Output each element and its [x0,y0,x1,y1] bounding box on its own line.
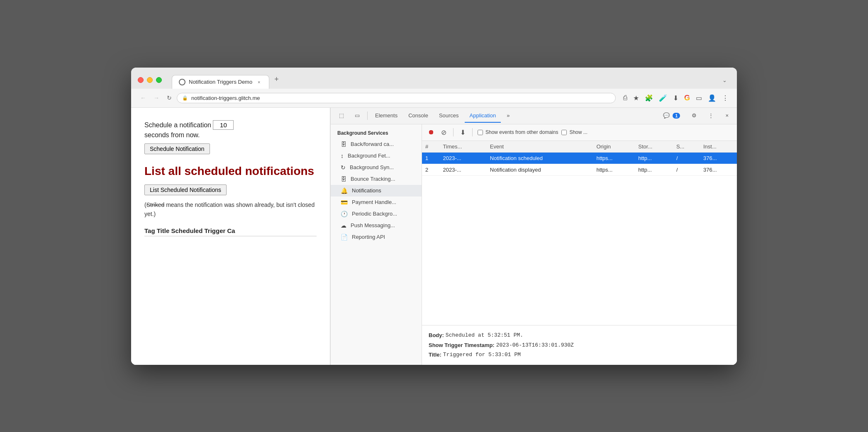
cell-origin: https... [593,164,635,175]
reporting-icon: 📄 [341,234,348,240]
devtools-inner-toolbar: ⏺ ⊘ ⬇ Show events from other domains Sho… [422,124,737,141]
notification-icon: 🔔 [341,187,348,194]
fetch-icon: ↕ [341,153,344,159]
cell-instance: 376... [700,152,737,164]
trigger-value: 2023-06-13T16:33:01.930Z [496,340,574,350]
sidebar-item-backforward[interactable]: 🗄 Back/forward ca... [331,138,422,150]
record-button[interactable]: ⏺ [426,127,436,138]
devtools-sidebar: Background Services 🗄 Back/forward ca...… [331,124,422,365]
show-more-checkbox[interactable] [561,130,567,135]
cell-instance: 376... [700,164,737,175]
tab-more[interactable]: » [502,109,514,123]
active-tab[interactable]: Notification Triggers Demo × [172,75,269,89]
tab-close-button[interactable]: × [256,79,262,85]
show-more-checkbox-label[interactable]: Show ... [561,129,587,135]
title-label: Title: [429,350,441,359]
menu-button[interactable]: ⋮ [720,92,730,104]
sidebar-item-periodic-background[interactable]: 🕐 Periodic Backgro... [331,208,422,220]
share-button[interactable]: ⎙ [622,92,629,103]
cell-scope: / [673,152,700,164]
devtools-icon-responsive[interactable]: ▭ [350,109,365,123]
col-event: Event [487,141,593,153]
cell-origin: https... [593,152,635,164]
sidebar-item-bounce-tracking[interactable]: 🗄 Bounce Tracking... [331,173,422,185]
new-tab-button[interactable]: + [271,72,282,87]
reload-button[interactable]: ↻ [164,93,174,103]
devtools-close-button[interactable]: × [720,109,734,123]
sidebar-item-label: Periodic Backgro... [352,211,397,217]
devtools-settings-button[interactable]: ⚙ [687,109,702,123]
col-storage: Stor... [635,141,673,153]
sidebar-item-payment[interactable]: 💳 Payment Handle... [331,197,422,208]
toolbar-sep [453,128,454,136]
schedule-notification-button[interactable]: Schedule Notification [144,143,210,154]
back-button[interactable]: ← [138,93,149,103]
sidebar-item-notifications[interactable]: 🔔 Notifications [331,185,422,197]
body-value: Scheduled at 5:32:51 PM. [446,330,523,340]
table-row[interactable]: 1 2023-... Notification scheduled https.… [422,152,737,164]
tab-favicon [179,79,185,85]
lab-button[interactable]: 🧪 [657,92,669,104]
traffic-lights [138,77,162,83]
tab-elements[interactable]: Elements [370,109,402,123]
google-account-button[interactable]: G [683,92,692,104]
periodic-icon: 🕐 [341,211,348,217]
sidebar-item-background-sync[interactable]: ↻ Background Syn... [331,162,422,173]
clear-button[interactable]: ⊘ [439,127,448,138]
other-domains-label: Show events from other domains [485,129,558,135]
bounce-icon: 🗄 [341,176,346,182]
sidebar-item-reporting-api[interactable]: 📄 Reporting API [331,231,422,243]
minimize-button[interactable] [147,77,153,83]
table-row[interactable]: 2 2023-... Notification displayed https.… [422,164,737,175]
tab-end-chevron: ⌄ [719,74,730,87]
sidebar-item-background-fetch[interactable]: ↕ Background Fet... [331,150,422,162]
close-button[interactable] [138,77,144,83]
trigger-label: Show Trigger Timestamp: [429,340,495,350]
tab-sources[interactable]: Sources [434,109,464,123]
events-data-table: # Times... Event Origin Stor... S... Ins… [422,141,737,176]
cell-scope: / [673,164,700,175]
profile-button[interactable]: 👤 [706,92,718,104]
sidebar-toggle-button[interactable]: ▭ [694,92,704,104]
sidebar-item-label: Back/forward ca... [351,141,394,147]
title-value: Triggered for 5:33:01 PM [443,350,521,359]
detail-body-row: Body: Scheduled at 5:32:51 PM. [429,330,730,340]
chat-badge: 1 [673,113,680,119]
export-button[interactable]: ⬇ [458,127,467,138]
maximize-button[interactable] [156,77,162,83]
cell-storage: http... [635,164,673,175]
col-scope: S... [673,141,700,153]
sidebar-item-push-messaging[interactable]: ☁ Push Messaging... [331,220,422,231]
col-num: # [422,141,440,153]
devtools-body: Background Services 🗄 Back/forward ca...… [331,124,737,365]
sidebar-item-label: Bounce Tracking... [351,176,395,182]
extensions-button[interactable]: 🧩 [643,92,655,104]
other-domains-checkbox-label[interactable]: Show events from other domains [478,129,558,135]
download-button[interactable]: ⬇ [671,92,680,104]
cell-event: Notification displayed [487,164,593,175]
lock-icon: 🔒 [182,95,188,101]
sidebar-item-label: Payment Handle... [352,199,396,205]
seconds-input[interactable] [213,120,234,130]
devtools-icon-select[interactable]: ⬚ [334,109,349,123]
tab-console[interactable]: Console [403,109,433,123]
devtools-panel: ⬚ ▭ Elements Console Sources Application… [330,108,737,365]
devtools-more-button[interactable]: ⋮ [703,109,719,123]
other-domains-checkbox[interactable] [478,130,483,135]
forward-button[interactable]: → [151,93,162,103]
col-timestamp: Times... [440,141,487,153]
striked-note-suffix: means the notification was shown already… [144,201,315,217]
striked-word: Striked [146,201,165,208]
backforward-icon: 🗄 [341,141,346,148]
devtools-chat-button[interactable]: 💬 1 [658,109,685,123]
cell-num: 1 [422,152,440,164]
table-header-row: Tag Title Scheduled Trigger Ca [144,227,317,236]
schedule-label-part1: Schedule a notification [144,121,211,129]
events-table[interactable]: # Times... Event Origin Stor... S... Ins… [422,141,737,325]
schedule-label-part2: seconds from now. [144,131,200,138]
address-bar[interactable]: 🔒 notification-triggers.glitch.me [177,93,616,103]
payment-icon: 💳 [341,199,348,206]
tab-application[interactable]: Application [465,109,501,123]
list-scheduled-notifications-button[interactable]: List Scheduled Notifications [144,184,227,195]
bookmark-button[interactable]: ★ [631,92,641,104]
